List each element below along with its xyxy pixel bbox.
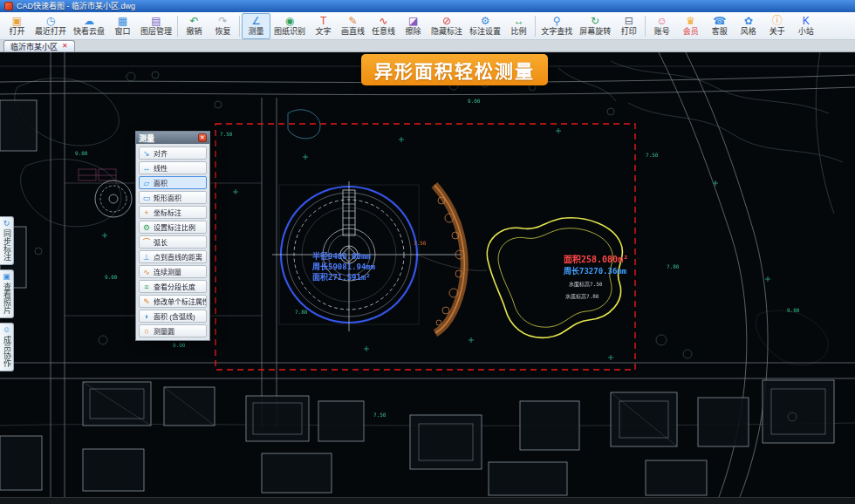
toolbar-item-drawing-recognize[interactable]: ◉图纸识别 xyxy=(270,13,309,39)
cad-drawing-canvas[interactable]: 半径9400.00mm 周长59081.94mm 面积271.591m² 面积2… xyxy=(0,52,855,497)
document-tab-label: 临沂市某小区 xyxy=(10,41,58,52)
toolbar-item-support[interactable]: ☎客服 xyxy=(705,13,734,39)
toolbar-item-hide-annotation[interactable]: ⊘隐藏标注 xyxy=(428,13,466,39)
toolbar-item-label: 比例 xyxy=(511,27,527,36)
measure-item-modify-annotation-property[interactable]: ✎修改单个标注属性 xyxy=(139,295,207,308)
spot-elevation-label: 7.80 xyxy=(295,309,308,315)
toolbar-item-label: 小站 xyxy=(798,27,814,36)
toolbar-item-account[interactable]: ☺账号 xyxy=(647,13,676,39)
measure-item-label: 点到直线的距离 xyxy=(154,252,202,262)
tab-close-icon[interactable]: ✕ xyxy=(62,43,68,50)
toolbar-item-label: 画直线 xyxy=(341,27,365,36)
linear-icon: ↔ xyxy=(142,164,151,173)
side-tab-view-photos[interactable]: ▣查看照片 xyxy=(0,269,14,318)
pond-perimeter-label: 周长73270.36mm xyxy=(564,266,627,276)
measure-item-rect-area[interactable]: ▭矩形面积 xyxy=(139,191,207,204)
toolbar-item-window[interactable]: ▦窗口 xyxy=(108,13,137,39)
toolbar-separator xyxy=(645,16,646,37)
measure-item-label: 修改单个标注属性 xyxy=(154,296,207,306)
spot-elevation-label: 9.00 xyxy=(468,98,481,104)
spot-elevation-label: 9.00 xyxy=(173,342,186,348)
document-tab[interactable]: 临沂市某小区 ✕ xyxy=(3,40,75,51)
draw-line-icon: ✎ xyxy=(349,16,358,27)
measure-item-label: 线性 xyxy=(154,163,168,173)
measure-item-point-line-distance[interactable]: ⊥点到直线的距离 xyxy=(139,250,207,263)
side-tab-label: 查看照片 xyxy=(3,283,10,314)
continuous-measure-icon: ∿ xyxy=(142,268,151,276)
measure-item-label: 面积 (含弧线) xyxy=(154,311,195,321)
spot-elevation-label: 7.50 xyxy=(220,131,233,137)
toolbar-item-measure[interactable]: ∠测量 xyxy=(242,13,270,39)
toolbar-item-scale[interactable]: ↔比例 xyxy=(504,13,533,39)
measure-item-label: 对齐 xyxy=(154,148,168,158)
area-with-arc-icon: ◗ xyxy=(142,312,151,321)
open-icon: ▣ xyxy=(12,16,22,27)
measure-item-label: 连续测量 xyxy=(154,267,181,276)
side-tab-member-collab[interactable]: ☺成员协作 xyxy=(0,323,14,371)
measure-item-label: 面积 xyxy=(154,178,168,187)
measure-item-set-annotation-scale[interactable]: ⚙设置标注比例 xyxy=(139,221,207,234)
measure-item-continuous-measure[interactable]: ∿连续测量 xyxy=(139,265,207,278)
measure-item-area-with-arc[interactable]: ◗面积 (含弧线) xyxy=(139,310,207,323)
measure-item-arc-length[interactable]: ⌒弧长 xyxy=(139,235,207,249)
measure-item-view-segment-length[interactable]: ≡查看分段长度 xyxy=(139,280,207,293)
toolbar-item-label: 客服 xyxy=(712,27,728,36)
toolbar-separator xyxy=(239,16,240,37)
toolbar-item-label: 会员 xyxy=(683,27,699,36)
annotation-settings-icon: ⚙ xyxy=(481,16,490,27)
toolbar-item-text[interactable]: T文字 xyxy=(309,13,338,39)
style-icon: ✿ xyxy=(744,16,753,27)
toolbar-separator xyxy=(535,16,536,37)
toolbar-item-site[interactable]: K小站 xyxy=(791,13,820,39)
circle-perimeter-label: 周长59081.94mm xyxy=(312,262,376,271)
tab-bar: 临沂市某小区 ✕ xyxy=(0,40,855,52)
toolbar-item-erase[interactable]: ◪擦除 xyxy=(399,13,428,39)
toolbar-item-redo[interactable]: ↷恢复 xyxy=(209,13,237,39)
toolbar-item-label: 快看云盘 xyxy=(73,27,105,36)
toolbar: ▣打开◷最近打开☁快看云盘▦窗口▤图层管理↶撤销↷恢复∠测量◉图纸识别T文字✎画… xyxy=(0,12,855,40)
measure-panel-list: ↘对齐↔线性▱面积▭矩形面积+坐标标注⚙设置标注比例⌒弧长⊥点到直线的距离∿连续… xyxy=(136,144,209,340)
measure-item-label: 测量圆 xyxy=(154,326,174,336)
toolbar-item-cloud-disk[interactable]: ☁快看云盘 xyxy=(70,13,108,39)
toolbar-item-undo[interactable]: ↶撤销 xyxy=(180,13,209,39)
measure-item-area[interactable]: ▱面积 xyxy=(139,176,207,189)
hide-annotation-icon: ⊘ xyxy=(442,16,451,27)
spot-elevation-label: 7.50 xyxy=(373,412,386,418)
toolbar-item-free-line[interactable]: ∿任意线 xyxy=(368,13,399,39)
toolbar-item-screen-rotate[interactable]: ↻屏幕旋转 xyxy=(576,13,614,39)
measure-item-measure-circle[interactable]: ○测量圆 xyxy=(139,324,207,337)
toolbar-item-label: 恢复 xyxy=(215,27,231,36)
toolbar-item-style[interactable]: ✿风格 xyxy=(734,13,763,39)
pond-area-label: 面积258.080m² xyxy=(564,254,628,264)
measure-item-align[interactable]: ↘对齐 xyxy=(139,146,207,160)
view-segment-length-icon: ≡ xyxy=(142,283,151,291)
side-tab-sync-annotation[interactable]: ↻同步标注 xyxy=(0,216,14,265)
measure-panel-titlebar[interactable]: 测量 ✕ xyxy=(136,132,209,144)
toolbar-item-recent-open[interactable]: ◷最近打开 xyxy=(31,13,70,39)
toolbar-item-open[interactable]: ▣打开 xyxy=(3,13,31,39)
toolbar-item-vip[interactable]: ♛会员 xyxy=(676,13,705,39)
spot-elevation-label: 9.00 xyxy=(75,150,88,156)
toolbar-item-annotation-settings[interactable]: ⚙标注设置 xyxy=(466,13,504,39)
toolbar-item-print[interactable]: ⊟打印 xyxy=(614,13,643,39)
measure-item-label: 设置标注比例 xyxy=(154,222,195,232)
toolbar-item-text-search[interactable]: ⚲文字查找 xyxy=(537,13,576,39)
toolbar-item-label: 打开 xyxy=(9,27,24,36)
measure-item-linear[interactable]: ↔线性 xyxy=(139,161,207,174)
toolbar-item-label: 文字查找 xyxy=(541,27,572,36)
status-bar xyxy=(0,497,855,504)
about-icon: ⓘ xyxy=(772,16,783,27)
measure-item-coord-annotation[interactable]: +坐标标注 xyxy=(139,206,207,219)
toolbar-item-about[interactable]: ⓘ关于 xyxy=(763,13,791,39)
measure-item-label: 弧长 xyxy=(154,237,168,247)
support-icon: ☎ xyxy=(713,16,726,27)
measure-panel-close-icon[interactable]: ✕ xyxy=(198,133,207,142)
circle-radius-label: 半径9400.00mm xyxy=(312,251,371,261)
erase-icon: ◪ xyxy=(408,16,418,27)
toolbar-item-draw-line[interactable]: ✎画直线 xyxy=(338,13,368,39)
toolbar-item-label: 最近打开 xyxy=(35,27,66,36)
toolbar-item-label: 打印 xyxy=(621,27,637,36)
toolbar-item-label: 标注设置 xyxy=(469,27,501,36)
toolbar-item-layer-manage[interactable]: ▤图层管理 xyxy=(137,13,175,39)
spot-elevation-label: 9.00 xyxy=(787,307,800,313)
